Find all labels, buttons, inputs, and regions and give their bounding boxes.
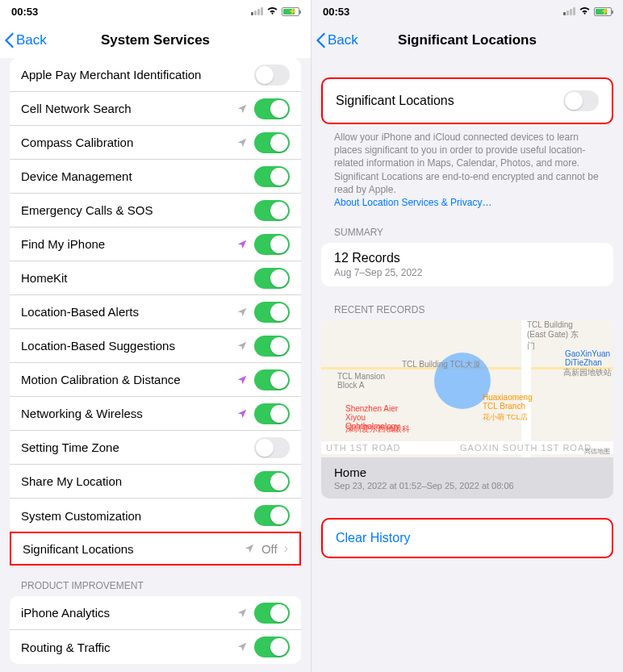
location-arrow-icon (236, 239, 248, 250)
significant-locations-row-wrap: Significant Locations Off › (10, 532, 301, 566)
battery-icon: ⚡ (282, 7, 299, 16)
left-phone-screen: 00:53 ⚡ Back System Services Apple Pay M… (0, 0, 312, 672)
map-label: 高新园地铁站 (563, 367, 612, 378)
setting-row[interactable]: Compass Calibration (10, 126, 301, 160)
status-bar: 00:53 ⚡ (0, 0, 311, 23)
row-label: Significant Locations (336, 94, 563, 108)
location-arrow-icon (244, 543, 255, 554)
settings-list-main: Apple Pay Merchant IdentificationCell Ne… (10, 58, 301, 532)
toggle-switch[interactable] (254, 369, 290, 390)
status-time: 00:53 (323, 6, 349, 18)
row-label: Motion Calibration & Distance (21, 373, 236, 386)
record-title: Home (334, 465, 600, 479)
summary-header: SUMMARY (321, 209, 613, 243)
status-time: 00:53 (11, 6, 38, 18)
toggle-switch[interactable] (254, 471, 290, 492)
toggle-switch[interactable] (254, 505, 290, 526)
location-arrow-icon (236, 103, 248, 115)
clear-history-button[interactable]: Clear History (336, 531, 410, 545)
toggle-switch[interactable] (254, 200, 290, 221)
cellular-signal-icon (251, 7, 263, 15)
map-label: TCL Building TCL大厦 (402, 359, 481, 370)
significant-locations-toggle-row[interactable]: Significant Locations (323, 79, 612, 123)
toggle-switch[interactable] (254, 302, 290, 323)
setting-row[interactable]: Cell Network Search (10, 92, 301, 126)
toggle-switch[interactable] (254, 603, 290, 624)
setting-row[interactable]: iPhone Analytics (10, 596, 301, 630)
map-road-text: GAOXIN SOUTH 1ST ROAD (460, 443, 592, 453)
summary-title: 12 Records (334, 251, 600, 265)
row-label: Find My iPhone (21, 237, 236, 251)
row-label: Significant Locations (23, 542, 244, 556)
toggle-switch[interactable] (254, 234, 290, 255)
wifi-icon (579, 6, 591, 18)
toggle-switch[interactable] (254, 98, 290, 119)
row-label: Device Management (21, 169, 254, 183)
setting-row[interactable]: HomeKit (10, 261, 301, 295)
toggle-switch[interactable] (254, 437, 290, 458)
scroll-area[interactable]: Significant Locations Allow your iPhone … (312, 77, 623, 558)
row-label: Emergency Calls & SOS (21, 203, 254, 217)
page-title: Significant Locations (312, 32, 623, 48)
setting-row[interactable]: Setting Time Zone (10, 431, 301, 465)
settings-list-improvement: iPhone AnalyticsRouting & Traffic (10, 596, 301, 664)
setting-row[interactable]: Networking & Wireless (10, 397, 301, 431)
scroll-area[interactable]: Apple Pay Merchant IdentificationCell Ne… (0, 58, 311, 672)
map-label: Huaxiaomeng TCL Branch (483, 393, 539, 411)
record-footer: Home Sep 23, 2022 at 01:52–Sep 25, 2022 … (321, 457, 613, 499)
setting-row[interactable]: Emergency Calls & SOS (10, 194, 301, 227)
section-header-product-improvement: PRODUCT IMPROVEMENT (0, 566, 311, 596)
location-arrow-icon (236, 137, 248, 148)
row-label: Location-Based Alerts (21, 305, 236, 319)
location-arrow-icon (236, 641, 248, 653)
status-indicators: ⚡ (563, 6, 612, 18)
toggle-switch[interactable] (254, 268, 290, 289)
significant-locations-toggle-card: Significant Locations (321, 77, 613, 124)
row-label: System Customization (21, 509, 254, 523)
map-road-text: UTH 1ST ROAD (326, 443, 400, 453)
row-label: Share My Location (21, 474, 254, 488)
setting-row[interactable]: Find My iPhone (10, 227, 301, 261)
toggle-switch[interactable] (254, 336, 290, 357)
setting-row[interactable]: Motion Calibration & Distance (10, 363, 301, 397)
setting-row[interactable]: Routing & Traffic (10, 630, 301, 664)
significant-locations-row[interactable]: Significant Locations Off › (10, 532, 301, 566)
location-arrow-icon (236, 340, 248, 352)
row-label: Location-Based Suggestions (21, 339, 236, 353)
nav-header: Back Significant Locations (312, 23, 623, 58)
toggle-switch[interactable] (254, 132, 290, 153)
toggle-switch[interactable] (563, 90, 599, 111)
toggle-switch[interactable] (254, 637, 290, 657)
location-arrow-icon (236, 607, 248, 619)
row-label: Setting Time Zone (21, 440, 254, 454)
setting-row[interactable]: Device Management (10, 160, 301, 194)
setting-row[interactable]: Share My Location (10, 465, 301, 499)
setting-row[interactable]: Location-Based Alerts (10, 295, 301, 329)
page-title: System Services (0, 32, 311, 48)
description-text: Allow your iPhone and iCloud connected d… (321, 124, 613, 209)
record-subtitle: Sep 23, 2022 at 01:52–Sep 25, 2022 at 08… (334, 481, 600, 490)
toggle-switch[interactable] (254, 403, 290, 424)
location-arrow-icon (236, 408, 248, 419)
summary-subtitle: Aug 7–Sep 25, 2022 (334, 267, 600, 278)
cellular-signal-icon (563, 7, 575, 15)
map-label: GaoXinYuan DiTieZhan (565, 349, 612, 367)
recent-record-card[interactable]: TCL Mansion Block A TCL Building TCL大厦 T… (321, 320, 613, 499)
wifi-icon (266, 6, 278, 18)
toggle-switch[interactable] (254, 65, 290, 86)
row-label: Compass Calibration (21, 136, 236, 149)
summary-card[interactable]: 12 Records Aug 7–Sep 25, 2022 (321, 243, 613, 286)
map-label: TCL Building (East Gate) 东门 (527, 320, 583, 352)
setting-row[interactable]: Apple Pay Merchant Identification (10, 58, 301, 92)
chevron-right-icon: › (284, 541, 288, 556)
setting-row[interactable]: Location-Based Suggestions (10, 329, 301, 363)
location-arrow-icon (236, 374, 248, 386)
privacy-link[interactable]: About Location Services & Privacy… (334, 197, 491, 208)
map-label: 花小萌 TCL店 (483, 412, 528, 423)
toggle-switch[interactable] (254, 166, 290, 187)
battery-icon: ⚡ (594, 7, 612, 16)
map-label: 深圳爱尔西柚眼科 (345, 424, 410, 435)
setting-row[interactable]: System Customization (10, 499, 301, 532)
status-bar: 00:53 ⚡ (312, 0, 623, 23)
row-label: Apple Pay Merchant Identification (21, 68, 254, 81)
